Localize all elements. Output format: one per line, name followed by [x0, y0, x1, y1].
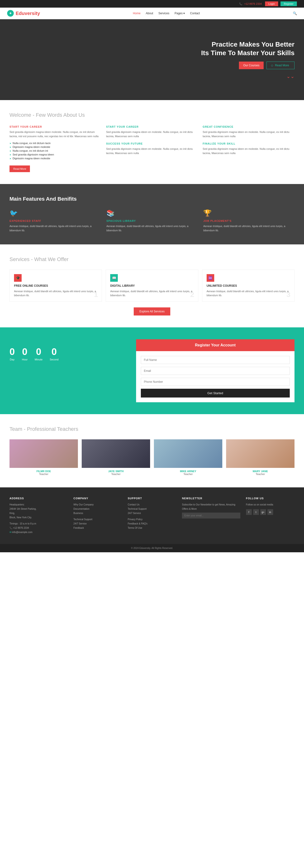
linkedin-icon[interactable]: in: [267, 509, 273, 515]
team-photo-3: [154, 439, 222, 468]
readmore-button[interactable]: Read More: [9, 165, 30, 172]
phone-number: 📞 +12 8976 2334: [239, 2, 263, 5]
register-form-title: Register Your Account: [136, 339, 295, 351]
phone-text: +12 8976 2334: [244, 2, 262, 5]
footer-company: COMPANY Why Our Company Documentation Bu…: [73, 497, 122, 534]
footer-link[interactable]: Business: [73, 511, 122, 516]
feature-desc-3: Aenean tristique, duild blandit eit ultr…: [203, 224, 295, 232]
feature-1: 🐦 EXPERIENCED STAFF Aenean tristique, du…: [9, 209, 101, 232]
get-started-button[interactable]: Get Started: [141, 389, 290, 398]
services-grid: 🎓 FREE ONLINE COURSES Aenean tristique, …: [9, 270, 295, 302]
counter-num-minute: 0: [35, 346, 42, 357]
email-input[interactable]: [141, 367, 290, 375]
placement-icon: 🏆: [203, 209, 295, 217]
service-num-1: 1: [94, 290, 98, 299]
hero-buttons: Our Courses ◇ Read More: [201, 62, 295, 69]
footer-link[interactable]: Documentation: [73, 507, 122, 511]
team-photo-2: [82, 439, 150, 468]
counter-day: 0 Day: [9, 346, 15, 361]
footer-address: ADDRESS Headquarters: 2464# 1th Street P…: [9, 497, 68, 534]
footer-support: SUPPORT Contact Us Technical Support 24/…: [128, 497, 176, 534]
footer-city: King,: [9, 511, 68, 516]
footer-link[interactable]: Technical Support: [128, 507, 176, 511]
feature-desc-2: Aenean tristique, duild blandit eit ultr…: [106, 224, 198, 232]
diamond-icon: ◇: [271, 64, 273, 67]
explore-button[interactable]: Explore All Services: [134, 307, 170, 315]
team-member-1: FILMR DOE Teacher: [9, 439, 78, 475]
explore-container: Explore All Services: [9, 307, 295, 315]
team-role-3: Teacher: [154, 473, 222, 475]
footer-link[interactable]: Terms Of Use: [128, 526, 176, 530]
about-text-2b: Sed gravida dignissim magna ideen en mol…: [106, 147, 198, 155]
newsletter-input[interactable]: [182, 513, 240, 519]
footer-newsletter: NEWSLETTER Subscribe to Our Newsletter t…: [182, 497, 240, 534]
footer-link[interactable]: Feedback & FAQ's: [128, 522, 176, 526]
register-form-box: Register Your Account Get Started: [136, 339, 295, 402]
team-name-2: JAYE SMITH: [82, 470, 150, 473]
service-num-2: 2: [190, 290, 194, 299]
library-icon: 📚: [106, 209, 198, 217]
top-bar: 📞 +12 8976 2334 Login Register: [0, 0, 304, 8]
full-name-input[interactable]: [141, 356, 290, 364]
list-item: Nulla congue, ex init dictum lacin: [9, 141, 101, 145]
nav-about[interactable]: About: [146, 12, 153, 15]
counter-num-day: 0: [9, 346, 15, 357]
about-text-3b: Sed gravida dignissim magna ideen en mol…: [203, 147, 295, 155]
scroll-down-icon[interactable]: ⌄⌄: [201, 73, 295, 79]
nav-home[interactable]: Home: [133, 12, 141, 15]
about-text-2a: Sed gravida dignissim magna ideen en mol…: [106, 130, 198, 138]
login-button[interactable]: Login: [265, 1, 278, 6]
readmore-hero-button[interactable]: ◇ Read More: [267, 62, 295, 69]
service-title-1: FREE ONLINE COURSES: [14, 284, 97, 287]
services-title: Services - What We Offer: [9, 256, 295, 262]
courses-button[interactable]: Our Courses: [239, 62, 264, 69]
googleplus-icon[interactable]: g+: [260, 509, 266, 515]
footer-link[interactable]: 24/7 Service: [73, 522, 122, 526]
team-name-3: MIKE ARNEY: [154, 470, 222, 473]
feature-title-3: JOB PLACEMENT'S: [203, 219, 295, 222]
services-section: Services - What We Offer 🎓 FREE ONLINE C…: [0, 244, 304, 328]
team-photo-4: [226, 439, 295, 468]
feature-title-1: EXPERIENCED STAFF: [9, 219, 101, 222]
footer-link[interactable]: 24/7 Service: [128, 511, 176, 516]
phone-input[interactable]: [141, 378, 290, 386]
search-icon[interactable]: 🔍: [293, 11, 297, 15]
twitter-icon[interactable]: t: [253, 509, 259, 515]
service-desc-2: Aenean tristique, duild blandit eit ultr…: [110, 289, 194, 297]
footer-link[interactable]: Privacy Policy: [128, 517, 176, 522]
social-links: f t g+ in: [246, 509, 295, 515]
counter-num-hour: 0: [22, 346, 28, 357]
service-card-1: 🎓 FREE ONLINE COURSES Aenean tristique, …: [9, 270, 102, 302]
footer-full-city: Block, New York City.: [9, 516, 68, 520]
team-role-2: Teacher: [82, 473, 150, 475]
register-section: 0 Day 0 Hour 0 Minute 0 Second Register …: [0, 328, 304, 414]
footer-link[interactable]: Technical Support: [73, 517, 122, 522]
about-heading-2a: START YOUR CAREER: [106, 125, 198, 128]
footer-link[interactable]: Contact Us: [128, 503, 176, 507]
list-item: Nulla congue, ex init dictum int: [9, 149, 101, 153]
register-button[interactable]: Register: [280, 1, 297, 6]
counters-row: 0 Day 0 Hour 0 Minute 0 Second: [9, 346, 127, 361]
facebook-icon[interactable]: f: [246, 509, 252, 515]
footer-link[interactable]: Feedback: [73, 526, 122, 530]
phone-icon: 📞: [239, 2, 242, 5]
about-col-1: START YOUR CAREER Sed gravida dignissim …: [9, 125, 101, 172]
logo: ✦ Eduversity: [7, 10, 40, 17]
team-name-4: MARY JANE: [226, 470, 295, 473]
footer-link[interactable]: Why Our Company: [73, 503, 122, 507]
footer: ADDRESS Headquarters: 2464# 1th Street P…: [0, 487, 304, 544]
team-title: Team - Professional Teachers: [9, 426, 295, 432]
about-heading-1: START YOUR CAREER: [9, 125, 101, 128]
team-member-4: MARY JANE Teacher: [226, 439, 295, 475]
nav-pages[interactable]: Pages ▾: [175, 12, 185, 15]
features-title: Main Features And Benifits: [9, 196, 295, 202]
nav-contact[interactable]: Contact: [190, 12, 200, 15]
list-item: Dignissim magna ideen molestie: [9, 145, 101, 149]
about-section: Welcome - Few Words About Us START YOUR …: [0, 100, 304, 184]
service-desc-1: Aenean tristique, duild blandit eit ultr…: [14, 289, 97, 297]
nav-services[interactable]: Services: [159, 12, 169, 15]
team-photo-1: [9, 439, 78, 468]
feature-3: 🏆 JOB PLACEMENT'S Aenean tristique, duil…: [203, 209, 295, 232]
hero-title: Practice Makes You Better Its Time To Ma…: [201, 40, 295, 58]
team-member-2: JAYE SMITH Teacher: [82, 439, 150, 475]
